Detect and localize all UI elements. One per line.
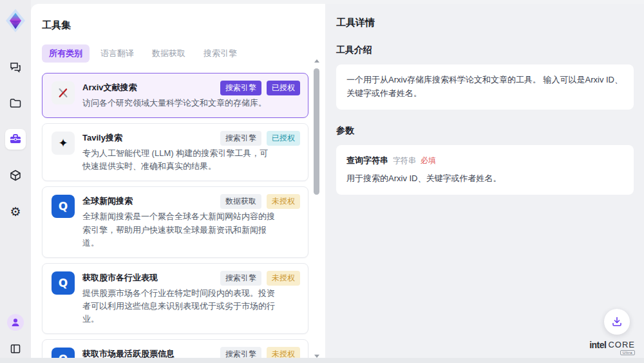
sidebar-bottom [7, 314, 24, 357]
sidebar-item-cube[interactable] [5, 165, 26, 186]
category-badge: 数据获取 [220, 194, 261, 209]
tab-all-categories[interactable]: 所有类别 [42, 44, 90, 63]
news-q-icon: Q [52, 271, 75, 295]
params-heading: 参数 [336, 125, 634, 137]
app-window: ⚙ 工具集 所有类别 语言翻译 数据获取 [0, 0, 644, 363]
category-badge: 搜索引擎 [220, 81, 261, 95]
intro-heading: 工具介绍 [336, 44, 634, 56]
sidebar-item-toolbox[interactable] [5, 129, 26, 150]
star-icon: ✦ [52, 132, 75, 155]
panel-layout-icon[interactable] [8, 341, 23, 357]
category-badge: 搜索引擎 [220, 131, 261, 146]
tool-description: 专为人工智能代理 (LLM) 构建的搜索引擎工具，可快速提供实时、准确和真实的结… [82, 147, 276, 173]
folder-icon [9, 97, 22, 110]
tool-description: 提供股票市场各个行业在特定时间段内的表现。投资者可以利用这些信息来识别表现优于或… [82, 287, 276, 326]
list-scrollbar [313, 59, 321, 358]
tab-language-translation[interactable]: 语言翻译 [93, 44, 141, 63]
tool-card-arxiv[interactable]: Arxiv文献搜索 访问各个研究领域大量科学论文和文章的存储库。 搜索引擎 已授… [42, 73, 308, 118]
detail-title: 工具详情 [336, 17, 634, 29]
category-tabs: 所有类别 语言翻译 数据获取 搜索引擎 [42, 44, 308, 63]
tool-detail-panel: 工具详情 工具介绍 一个用于从Arxiv存储库搜索科学论文和文章的工具。 输入可… [325, 4, 644, 363]
bottom-edge-strip [0, 358, 644, 363]
param-box: 查询字符串 字符串 必填 用于搜索的Arxiv ID、关键字或作者姓名。 [336, 145, 634, 195]
tab-data-acquisition[interactable]: 数据获取 [145, 44, 193, 63]
scroll-up-arrow-icon[interactable] [314, 59, 319, 63]
sidebar: ⚙ [0, 0, 31, 363]
user-avatar-icon[interactable] [7, 314, 24, 331]
auth-status-badge: 未授权 [267, 271, 300, 286]
tool-description: 访问各个研究领域大量科学论文和文章的存储库。 [82, 97, 267, 110]
download-button[interactable] [604, 309, 630, 335]
tab-search-engine[interactable]: 搜索引擎 [196, 44, 244, 63]
page-title: 工具集 [42, 19, 308, 32]
gear-icon: ⚙ [10, 206, 21, 218]
sidebar-item-folder[interactable] [5, 93, 26, 113]
tool-card-global-news[interactable]: Q 全球新闻搜索 全球新闻搜索是一个聚合全球各大新闻网站内容的搜索引擎，帮助用户… [42, 186, 308, 257]
arxiv-icon [52, 81, 75, 104]
sidebar-item-settings[interactable]: ⚙ [5, 201, 26, 222]
tool-card-list: Arxiv文献搜索 访问各个研究领域大量科学论文和文章的存储库。 搜索引擎 已授… [42, 73, 308, 363]
auth-status-badge: 未授权 [267, 194, 300, 209]
chat-icon [9, 61, 22, 74]
intro-text-box: 一个用于从Arxiv存储库搜索科学论文和文章的工具。 输入可以是Arxiv ID… [336, 64, 634, 110]
core-wordmark: CORE [608, 340, 635, 349]
param-description: 用于搜索的Arxiv ID、关键字或作者姓名。 [346, 172, 623, 186]
intel-wordmark: intel [589, 340, 606, 350]
news-q-icon: Q [52, 195, 75, 218]
tool-card-tavily[interactable]: ✦ Tavily搜索 专为人工智能代理 (LLM) 构建的搜索引擎工具，可快速提… [42, 123, 308, 181]
param-required-badge: 必填 [421, 155, 436, 167]
param-name: 查询字符串 [346, 154, 388, 168]
intel-core-logo: intel CORE Ultra [589, 340, 635, 355]
auth-status-badge: 已授权 [267, 81, 300, 95]
auth-status-badge: 已授权 [267, 131, 300, 146]
category-badge: 搜索引擎 [220, 271, 261, 286]
toolbox-icon [9, 133, 22, 146]
tool-card-sector-performance[interactable]: Q 获取股市各行业表现 提供股票市场各个行业在特定时间段内的表现。投资者可以利用… [42, 263, 308, 334]
app-logo-icon [6, 9, 25, 32]
ultra-badge: Ultra [620, 350, 635, 355]
tool-description: 全球新闻搜索是一个聚合全球各大新闻网站内容的搜索引擎，帮助用户快速获取全球最新资… [82, 210, 276, 249]
scrollbar-thumb[interactable] [314, 68, 319, 195]
sidebar-item-chat[interactable] [5, 57, 26, 77]
download-icon [611, 316, 623, 328]
cube-icon [9, 169, 22, 182]
param-type: 字符串 [393, 155, 416, 167]
tool-list-panel: 工具集 所有类别 语言翻译 数据获取 搜索引擎 Arxiv文献搜索 访问各个研究… [31, 4, 325, 363]
sidebar-nav: ⚙ [5, 57, 26, 222]
